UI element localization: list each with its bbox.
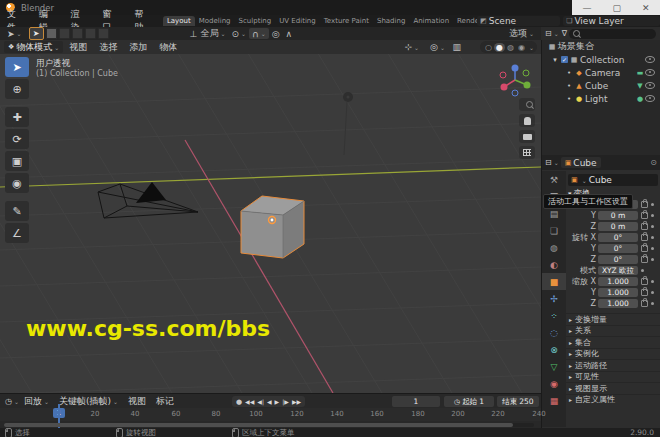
outliner-search[interactable] [569,29,656,39]
lock-icon[interactable] [641,256,648,263]
tab-object-data[interactable]: ▽ [542,358,566,375]
select-mode-new-button[interactable] [46,28,57,39]
tab-texture-paint[interactable]: Texture Paint [320,16,373,26]
viewport-menu-add[interactable]: 添加 [123,41,153,54]
value-field[interactable]: 1.000 [598,299,638,308]
play-reverse-button[interactable]: ◀ [266,398,273,405]
scene-selector[interactable]: ◩ Scene [477,16,560,26]
close-button[interactable]: ✕ [642,3,650,13]
timeline-scrollbar[interactable] [4,423,534,427]
proportional-edit-toggle[interactable]: ◎ [269,28,283,39]
value-field[interactable]: 0° [598,244,638,253]
outliner-collection-row[interactable]: ▾ ✓ ▦ Collection [542,53,660,66]
animate-dot-icon[interactable] [641,269,644,272]
select-mode-extend-button[interactable] [59,28,70,39]
tab-uv-editing[interactable]: UV Editing [275,16,320,26]
animate-dot-icon[interactable] [651,236,654,239]
tab-sculpting[interactable]: Sculpting [235,16,276,26]
tab-particles[interactable]: ⁘ [542,307,566,324]
viewport-menu-select[interactable]: 选择 [93,41,123,54]
lock-icon[interactable] [641,223,648,230]
expand-arrow-icon[interactable]: ▾ [550,56,560,64]
value-field[interactable]: 0 m [598,211,638,220]
snap-toggle[interactable]: ∩ ⌄ [249,28,269,39]
eye-icon[interactable] [645,82,655,89]
lock-icon[interactable] [641,289,648,296]
lock-icon[interactable] [641,300,648,307]
timeline-menu-marker[interactable]: 标记 [151,395,179,408]
section-custom-properties[interactable]: ▸自定义属性 [566,394,660,406]
tab-physics[interactable]: ◌ [542,324,566,341]
gizmo-z-neg[interactable] [512,90,518,96]
pivot-point-dropdown[interactable]: ⊙ ⌄ [228,28,249,39]
gizmo-x-neg[interactable] [500,72,506,78]
view-layer-selector[interactable]: ❏ View Layer [563,16,660,26]
transform-tool[interactable]: ◉ [5,173,29,193]
timeline-ruler[interactable]: 20 40 60 80 100 120 140 160 180 200 220 … [0,408,541,421]
outliner-camera-row[interactable]: • ◆ Camera ▬ [542,66,660,79]
select-mode-invert-button[interactable] [85,28,96,39]
shading-solid-button[interactable]: ● [494,43,505,52]
xray-toggle[interactable]: ▥ [452,42,461,52]
outliner-scene-collection[interactable]: ▦ 场景集合 [542,40,660,53]
section-delta-transform[interactable]: ▸变换增量 [566,313,660,325]
select-mode-intersect-button[interactable] [98,28,109,39]
move-tool[interactable]: ✚ [5,107,29,127]
animate-dot-icon[interactable] [651,214,654,217]
collection-checkbox[interactable]: ✓ [561,56,568,63]
shading-material-button[interactable]: ◍ [505,43,516,52]
tool-dropdown[interactable]: ➤ ⌄ [4,28,25,39]
select-box-tool[interactable]: ➤ [5,57,29,77]
tab-view-layer[interactable]: ❏ [542,222,566,239]
current-frame-field[interactable]: 1 [392,396,440,407]
outliner-light-row[interactable]: • ● Light ● [542,92,660,105]
tab-active-tool[interactable]: ⚒ [542,171,566,188]
timeline-menu-playback[interactable]: 回放⌄ [19,395,54,408]
auto-key-record-icon[interactable]: ● [235,398,243,406]
ortho-toggle-button[interactable] [519,146,535,159]
section-relations[interactable]: ▸关系 [566,325,660,337]
value-field[interactable]: 0 m [598,222,638,231]
animate-dot-icon[interactable] [651,247,654,250]
mode-dropdown[interactable]: ❖ 物体模式 ⌄ [4,41,63,53]
select-box-tool-button[interactable]: ➤ [29,27,44,40]
light-object[interactable] [343,92,353,155]
scrollbar-thumb[interactable] [4,423,513,427]
tab-world[interactable]: ◐ [542,256,566,273]
eye-icon[interactable] [645,69,655,76]
camera-view-button[interactable] [519,130,535,143]
prev-keyframe-button[interactable]: ◀| [256,398,265,405]
rotate-tool[interactable]: ⟳ [5,129,29,149]
value-field[interactable]: 0° [598,255,638,264]
transform-orientation-dropdown[interactable]: ⊥ 全局 ⌄ [187,28,229,39]
jump-to-end-button[interactable]: ▶▶ [291,398,302,405]
tab-constraints[interactable]: ⊗ [542,341,566,358]
lock-icon[interactable] [641,278,648,285]
maximize-button[interactable]: ▢ [612,3,621,13]
tab-scene[interactable]: ◍ [542,239,566,256]
pin-icon[interactable]: ⊙ [650,158,657,167]
pan-button[interactable] [519,114,535,127]
navigation-gizmo[interactable] [497,62,533,98]
minimize-button[interactable]: — [582,3,591,13]
tab-shading[interactable]: Shading [373,16,409,26]
value-field[interactable]: 1.000 [598,277,638,286]
scale-tool[interactable]: ▣ [5,151,29,171]
options-dropdown[interactable]: 选项 ⌄ [506,28,537,39]
viewport-menu-object[interactable]: 物体 [153,41,183,54]
rotation-mode-dropdown[interactable]: XYZ 欧拉 [598,266,638,275]
lock-icon[interactable] [641,245,648,252]
animate-dot-icon[interactable] [651,258,654,261]
play-button[interactable]: ▶ [274,398,281,405]
shading-wireframe-button[interactable]: ○ [483,43,494,52]
gizmo-z-axis[interactable] [512,65,519,72]
tab-modifiers[interactable]: ✢ [542,290,566,307]
camera-object[interactable] [98,182,198,218]
lock-icon[interactable] [641,212,648,219]
falloff-dropdown[interactable]: ∧ [283,28,296,39]
gizmo-y-neg[interactable] [523,70,529,76]
annotate-tool[interactable]: ✎ [5,201,29,221]
eye-icon[interactable] [645,56,655,63]
tab-rendering[interactable]: Rendering [453,16,477,26]
gizmo-x-axis[interactable] [501,84,508,91]
